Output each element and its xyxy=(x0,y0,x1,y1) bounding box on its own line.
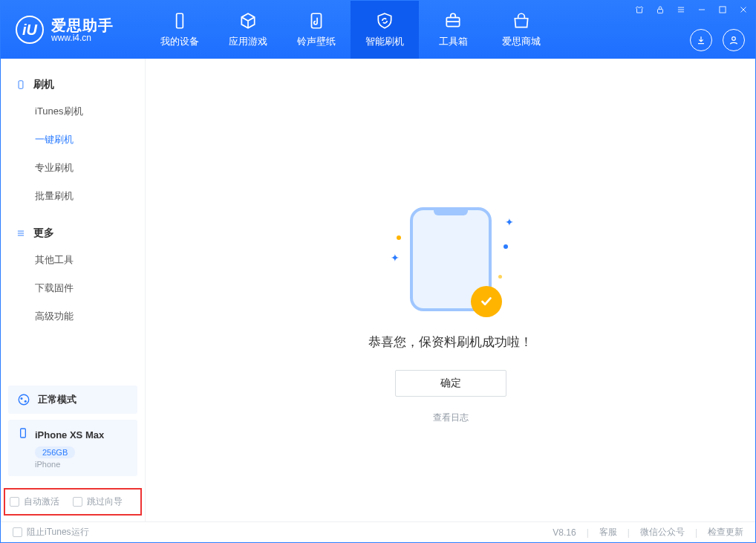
svg-point-8 xyxy=(21,397,23,400)
app-url: www.i4.cn xyxy=(51,33,114,42)
toolbox-icon xyxy=(443,11,463,30)
svg-rect-0 xyxy=(177,13,183,28)
sidebar-item-other-tools[interactable]: 其他工具 xyxy=(1,246,145,274)
checkbox-label: 跳过向导 xyxy=(87,495,123,508)
svg-rect-4 xyxy=(720,7,726,13)
sidebar-scroll: 刷机 iTunes刷机 一键刷机 专业刷机 批量刷机 更多 其他工具 下载固件 … xyxy=(1,59,145,378)
titlebar: iU 爱思助手 www.i4.cn 我的设备 应用游戏 铃声壁纸 智能刷机 工具… xyxy=(1,1,755,59)
phone-icon xyxy=(16,79,26,90)
separator: | xyxy=(587,527,589,538)
nav-smart-flash[interactable]: 智能刷机 xyxy=(351,1,419,59)
cube-icon xyxy=(238,11,258,30)
checkbox-label: 自动激活 xyxy=(24,495,59,508)
window-controls xyxy=(633,4,749,16)
svg-rect-1 xyxy=(312,13,322,28)
main-panel: ✦ ✦ 恭喜您，保资料刷机成功啦！ 确定 查看日志 xyxy=(146,59,755,521)
svg-rect-6 xyxy=(19,81,23,89)
nav-toolbox[interactable]: 工具箱 xyxy=(419,1,487,59)
close-icon[interactable] xyxy=(737,4,749,16)
nav-label: 铃声壁纸 xyxy=(297,35,336,48)
check-update-link[interactable]: 检查更新 xyxy=(708,526,743,539)
mode-card[interactable]: 正常模式 xyxy=(8,386,137,414)
dot-icon xyxy=(397,235,401,240)
checkbox-icon xyxy=(13,527,22,537)
nav-label: 爱思商城 xyxy=(502,35,541,48)
checkbox-skip-guide[interactable]: 跳过向导 xyxy=(73,495,123,508)
version-label: V8.16 xyxy=(553,527,576,538)
checkbox-icon xyxy=(10,497,19,507)
checkbox-icon xyxy=(73,497,82,507)
device-phone-icon xyxy=(17,427,29,442)
sidebar-item-itunes-flash[interactable]: iTunes刷机 xyxy=(1,97,145,126)
device-name: iPhone XS Max xyxy=(35,429,104,440)
sidebar-group-title: 刷机 xyxy=(33,78,54,91)
nav-my-device[interactable]: 我的设备 xyxy=(146,1,214,59)
checkbox-label: 阻止iTunes运行 xyxy=(27,526,89,539)
nav-label: 智能刷机 xyxy=(365,35,404,48)
nav-label: 我的设备 xyxy=(160,35,199,48)
separator: | xyxy=(695,527,697,538)
mode-icon xyxy=(17,393,30,406)
mode-label: 正常模式 xyxy=(38,393,76,406)
device-storage: 256GB xyxy=(35,446,75,458)
checkbox-block-itunes[interactable]: 阻止iTunes运行 xyxy=(13,526,89,539)
maximize-icon[interactable] xyxy=(717,4,729,16)
svg-point-5 xyxy=(732,37,736,41)
download-button[interactable] xyxy=(690,29,712,51)
nav-apps-games[interactable]: 应用游戏 xyxy=(214,1,282,59)
dot-icon xyxy=(504,244,508,249)
tshirt-icon[interactable] xyxy=(633,4,645,16)
wechat-link[interactable]: 微信公众号 xyxy=(640,526,685,539)
sidebar-bottom: 正常模式 iPhone XS Max 256GB iPhone xyxy=(1,378,145,484)
svg-point-9 xyxy=(25,400,27,403)
sidebar-item-batch-flash[interactable]: 批量刷机 xyxy=(1,182,145,210)
body: 刷机 iTunes刷机 一键刷机 专业刷机 批量刷机 更多 其他工具 下载固件 … xyxy=(1,59,755,521)
phone-notch xyxy=(434,209,468,215)
lock-icon[interactable] xyxy=(654,4,666,16)
sidebar-item-advanced[interactable]: 高级功能 xyxy=(1,302,145,331)
sidebar-group-flash[interactable]: 刷机 xyxy=(1,72,145,97)
nav-label: 应用游戏 xyxy=(229,35,267,48)
svg-rect-3 xyxy=(658,9,663,13)
store-icon xyxy=(512,11,531,30)
sidebar-item-download-firmware[interactable]: 下载固件 xyxy=(1,274,145,302)
sidebar-item-oneclick-flash[interactable]: 一键刷机 xyxy=(1,126,145,154)
list-icon xyxy=(16,228,26,238)
svg-point-7 xyxy=(19,394,29,405)
sidebar-options-box: 自动激活 跳过向导 xyxy=(4,488,142,516)
support-link[interactable]: 客服 xyxy=(599,526,617,539)
svg-rect-10 xyxy=(21,429,26,438)
checkbox-auto-activate[interactable]: 自动激活 xyxy=(10,495,59,508)
user-button[interactable] xyxy=(723,29,745,51)
nav-ringtones-wallpapers[interactable]: 铃声壁纸 xyxy=(282,1,351,59)
statusbar: 阻止iTunes运行 V8.16 | 客服 | 微信公众号 | 检查更新 xyxy=(1,521,755,542)
logo-text: 爱思助手 www.i4.cn xyxy=(51,17,114,42)
minimize-icon[interactable] xyxy=(696,4,708,16)
nav-store[interactable]: 爱思商城 xyxy=(487,1,555,59)
success-message: 恭喜您，保资料刷机成功啦！ xyxy=(368,334,532,351)
sidebar: 刷机 iTunes刷机 一键刷机 专业刷机 批量刷机 更多 其他工具 下载固件 … xyxy=(1,59,146,521)
device-card[interactable]: iPhone XS Max 256GB iPhone xyxy=(8,420,137,476)
menu-icon[interactable] xyxy=(675,4,687,16)
logo[interactable]: iU 爱思助手 www.i4.cn xyxy=(1,1,146,59)
refresh-shield-icon xyxy=(375,11,394,30)
device-type: iPhone xyxy=(35,460,128,469)
success-illustration: ✦ ✦ xyxy=(410,207,492,311)
app-name: 爱思助手 xyxy=(51,17,114,33)
view-log-link[interactable]: 查看日志 xyxy=(433,412,469,424)
sidebar-group-more[interactable]: 更多 xyxy=(1,221,145,246)
check-badge-icon xyxy=(471,286,502,317)
music-file-icon xyxy=(307,11,326,30)
logo-icon: iU xyxy=(16,16,44,44)
sidebar-group-title: 更多 xyxy=(33,227,54,240)
device-icon xyxy=(170,11,189,30)
dot-icon xyxy=(498,275,502,279)
nav-tabs: 我的设备 应用游戏 铃声壁纸 智能刷机 工具箱 爱思商城 xyxy=(146,1,555,59)
nav-label: 工具箱 xyxy=(439,35,468,48)
sparkle-icon: ✦ xyxy=(505,216,514,228)
separator: | xyxy=(628,527,630,538)
confirm-button[interactable]: 确定 xyxy=(395,370,506,397)
statusbar-right: V8.16 | 客服 | 微信公众号 | 检查更新 xyxy=(553,526,743,539)
sidebar-item-pro-flash[interactable]: 专业刷机 xyxy=(1,154,145,182)
header-round-buttons xyxy=(690,29,745,51)
